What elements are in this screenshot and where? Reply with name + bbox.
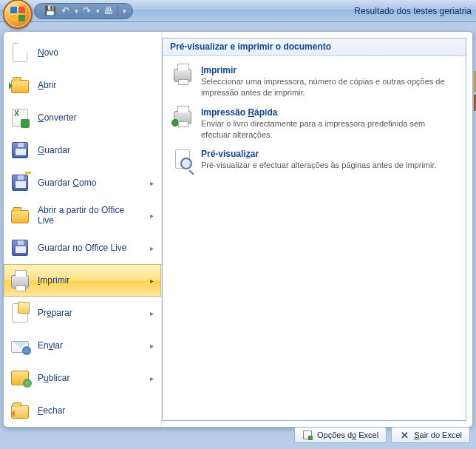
- office-button[interactable]: [3, 0, 33, 29]
- submenu-item-title: Pré-visualizar: [201, 149, 437, 159]
- button-label: Opções do Excel: [317, 431, 378, 439]
- chevron-right-icon: ▸: [150, 309, 154, 317]
- menu-item-label: Publicar: [38, 373, 143, 383]
- menu-item-label: Converter: [38, 112, 154, 123]
- chevron-right-icon: ▸: [150, 212, 154, 220]
- office-menu-list: Novo Abrir Converter Guardar Guardar Com…: [4, 32, 162, 427]
- menu-item-guardar-office-live[interactable]: Guardar no Office Live ▸: [4, 232, 161, 264]
- menu-item-guardar-como[interactable]: Guardar Como ▸: [4, 166, 161, 199]
- options-icon: [302, 430, 313, 440]
- chevron-right-icon: ▸: [150, 179, 154, 187]
- menu-item-label: Preparar: [38, 308, 143, 318]
- chevron-right-icon: ▸: [150, 374, 154, 382]
- exit-icon: ✕: [399, 430, 409, 440]
- chevron-right-icon: ▸: [150, 277, 154, 285]
- print-icon: [10, 270, 30, 291]
- chevron-right-icon: ▸: [150, 342, 154, 350]
- quick-access-toolbar: 💾 ↶ ▾ ↷ ▾ 🖶 ▾: [34, 3, 133, 19]
- button-label: Sair do Excel: [414, 431, 462, 439]
- convert-icon: [10, 107, 30, 128]
- window-title: Resultado dos testes geriatria: [137, 6, 476, 16]
- qat-separator: [118, 6, 118, 16]
- office-menu-footer: Opções do Excel ✕ Sair do Excel: [3, 427, 473, 446]
- open-icon: [10, 75, 30, 95]
- print-submenu-panel: Pré-visualizar e imprimir o documento Im…: [162, 38, 466, 421]
- submenu-item-desc: Seleccionar uma impressora, número de có…: [201, 76, 457, 98]
- menu-item-guardar[interactable]: Guardar: [4, 134, 161, 166]
- qat-customize-icon[interactable]: ▾: [123, 7, 126, 15]
- submenu-item-title: Impressão Rápida: [201, 107, 457, 118]
- prepare-icon: [10, 303, 30, 323]
- submenu-item-preview[interactable]: Pré-visualizar Pré-visualizar e efectuar…: [166, 144, 463, 175]
- preview-icon: [171, 149, 194, 169]
- menu-item-converter[interactable]: Converter: [4, 101, 161, 134]
- menu-item-imprimir[interactable]: Imprimir ▸: [4, 264, 161, 297]
- submenu-item-desc: Enviar o livro directamente para a impre…: [201, 118, 457, 141]
- menu-item-abrir-office-live[interactable]: Abrir a partir do Office Live ▸: [4, 199, 161, 232]
- save-disk-icon: [10, 140, 30, 161]
- redo-dropdown-icon[interactable]: ▾: [96, 7, 100, 15]
- undo-dropdown-icon[interactable]: ▾: [75, 7, 78, 15]
- excel-options-button[interactable]: Opções do Excel: [294, 427, 387, 443]
- redo-icon[interactable]: ↷: [80, 4, 93, 18]
- save-icon[interactable]: 💾: [44, 4, 57, 18]
- new-icon: [10, 42, 30, 63]
- publish-icon: [10, 368, 30, 388]
- chevron-right-icon: ▸: [150, 244, 154, 252]
- submenu-item-desc: Pré-visualizar e efectuar alterações às …: [201, 160, 437, 171]
- title-bar: 💾 ↶ ▾ ↷ ▾ 🖶 ▾ Resultado dos testes geria…: [0, 0, 476, 22]
- menu-item-enviar[interactable]: Enviar ▸: [4, 329, 161, 362]
- close-icon: [10, 400, 30, 421]
- submenu-item-title: Imprimir: [201, 65, 457, 75]
- send-icon: [10, 335, 30, 356]
- menu-item-abrir[interactable]: Abrir: [4, 69, 161, 101]
- menu-item-novo[interactable]: Novo: [4, 36, 161, 69]
- submenu-list: Imprimir Seleccionar uma impressora, núm…: [163, 56, 466, 180]
- menu-item-label: Abrir a partir do Office Live: [38, 205, 143, 226]
- exit-excel-button[interactable]: ✕ Sair do Excel: [391, 427, 470, 443]
- save-as-icon: [10, 172, 30, 193]
- menu-item-label: Guardar Como: [38, 178, 143, 188]
- menu-item-label: Novo: [38, 47, 154, 58]
- printer-icon: [171, 65, 194, 82]
- menu-item-publicar[interactable]: Publicar ▸: [4, 362, 161, 394]
- submenu-item-quick-print[interactable]: Impressão Rápida Enviar o livro directam…: [166, 103, 463, 145]
- menu-item-label: Abrir: [38, 80, 154, 90]
- menu-item-label: Enviar: [38, 340, 143, 351]
- quick-print-icon[interactable]: 🖶: [101, 4, 115, 18]
- submenu-item-print[interactable]: Imprimir Seleccionar uma impressora, núm…: [166, 61, 463, 103]
- open-live-icon: [10, 205, 30, 226]
- menu-item-fechar[interactable]: Fechar: [4, 394, 161, 427]
- quick-printer-icon: [171, 107, 194, 124]
- menu-item-preparar[interactable]: Preparar ▸: [4, 297, 161, 329]
- submenu-header: Pré-visualizar e imprimir o documento: [163, 38, 466, 56]
- menu-item-label: Guardar no Office Live: [38, 243, 143, 253]
- menu-item-label: Imprimir: [38, 275, 143, 286]
- undo-icon[interactable]: ↶: [58, 4, 72, 18]
- save-live-icon: [10, 237, 30, 258]
- office-menu-panel: Novo Abrir Converter Guardar Guardar Com…: [3, 31, 473, 428]
- menu-item-label: Guardar: [38, 145, 154, 155]
- menu-item-label: Fechar: [38, 405, 154, 416]
